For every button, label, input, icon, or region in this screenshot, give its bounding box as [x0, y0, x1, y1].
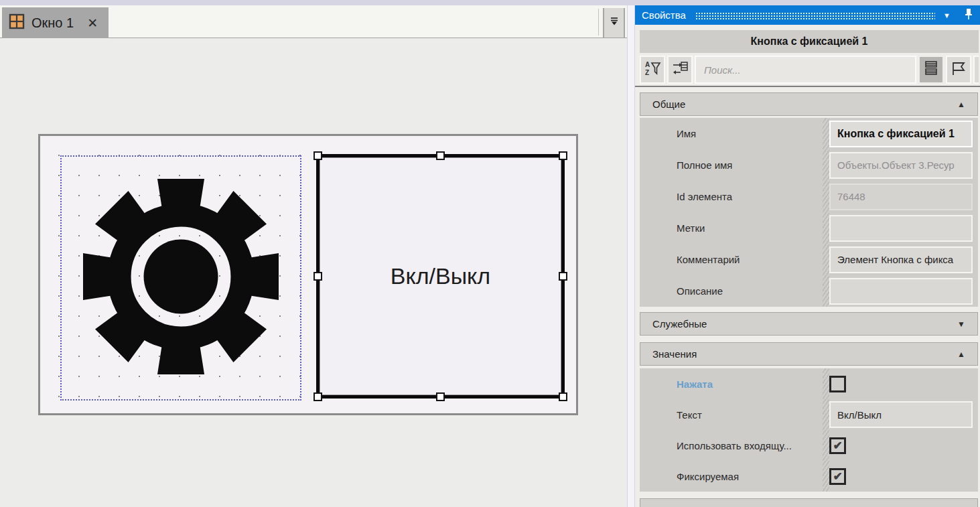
property-row-text: Текст Вкл/Выкл [640, 399, 978, 430]
navigate-tree-icon [671, 60, 689, 80]
chevron-down-icon[interactable]: ▼ [957, 319, 965, 329]
window-grid-icon [9, 13, 25, 32]
property-label: Текст [640, 409, 823, 421]
general-rows: Имя Кнопка с фиксацией 1 Полное имя Объе… [640, 118, 978, 307]
use-incoming-checkbox[interactable]: ✔ [829, 437, 846, 454]
section-title: Значения [652, 348, 697, 360]
column-splitter[interactable] [823, 244, 829, 275]
svg-text:A: A [645, 61, 650, 68]
tab-overflow-button[interactable] [603, 8, 625, 38]
property-label: Метки [640, 222, 823, 234]
property-label: Использовать входящу... [640, 440, 823, 451]
property-row-id: Id элемента 76448 [640, 181, 978, 212]
properties-panel: Свойства ▼ Кнопка с фиксацией 1 A Z [635, 5, 980, 507]
resize-handle[interactable] [313, 151, 322, 160]
toolbar-separator [635, 86, 980, 87]
flag-icon [977, 60, 979, 80]
panel-splitter[interactable] [627, 5, 635, 507]
labels-field[interactable] [829, 215, 973, 242]
panel-title: Свойства [642, 9, 686, 21]
property-row-description: Описание [640, 275, 978, 307]
list-view-button[interactable] [918, 56, 944, 84]
resize-handle[interactable] [313, 392, 322, 401]
navigate-tree-button[interactable] [667, 56, 693, 84]
properties-toolbar: A Z [640, 56, 979, 84]
element-id-field: 76448 [829, 184, 973, 210]
property-row-labels: Метки [640, 212, 978, 244]
drag-handle[interactable] [695, 12, 935, 20]
property-row-comment: Комментарий Элемент Кнопка с фикса [640, 244, 978, 275]
comment-field[interactable]: Элемент Кнопка с фикса [829, 246, 973, 273]
resize-handle[interactable] [436, 392, 445, 401]
window-top-strip [0, 0, 980, 5]
section-title: Служебные [652, 318, 707, 330]
gear-element-selection[interactable] [60, 155, 301, 401]
sort-filter-button[interactable]: A Z [640, 56, 665, 84]
chevron-down-icon[interactable]: ▼ [943, 11, 951, 19]
property-row-use-incoming: Использовать входящу... ✔ [640, 430, 978, 461]
property-label: Полное имя [640, 159, 823, 171]
resize-handle[interactable] [559, 272, 567, 281]
section-header-partial[interactable] [640, 498, 978, 507]
values-rows: Нажата Текст Вкл/Выкл Использовать входя… [640, 368, 978, 492]
chevron-up-icon[interactable]: ▲ [957, 350, 965, 359]
property-label: Нажата [640, 378, 823, 390]
property-label: Id элемента [640, 191, 823, 202]
column-splitter[interactable] [823, 118, 829, 149]
design-canvas[interactable]: Вкл/Выкл [0, 38, 627, 507]
tab-window-1[interactable]: Окно 1 ✕ [2, 7, 109, 38]
flag-icon [950, 60, 967, 80]
description-field[interactable] [829, 278, 973, 305]
resize-handle[interactable] [559, 392, 567, 401]
resize-handle[interactable] [313, 272, 322, 281]
button-element-selection[interactable]: Вкл/Выкл [316, 154, 565, 399]
property-row-name: Имя Кнопка с фиксацией 1 [640, 118, 978, 149]
sort-az-filter-icon: A Z [644, 60, 661, 80]
pin-icon[interactable] [964, 8, 973, 23]
tabbar-separator [598, 9, 599, 35]
tab-close-icon[interactable]: ✕ [87, 15, 98, 31]
property-row-fullname: Полное имя Объекты.Объект 3.Ресур [640, 149, 978, 181]
gear-icon [83, 179, 279, 377]
collapse-tabs-icon [609, 16, 620, 29]
properties-panel-header[interactable]: Свойства ▼ [635, 5, 980, 25]
property-label: Комментарий [640, 254, 823, 265]
text-field[interactable]: Вкл/Выкл [829, 401, 973, 428]
column-splitter[interactable] [823, 399, 829, 430]
chevron-up-icon[interactable]: ▲ [957, 100, 965, 109]
tab-label: Окно 1 [31, 15, 74, 31]
property-row-pressed: Нажата [640, 368, 978, 399]
fullname-field: Объекты.Объект 3.Ресур [829, 152, 973, 179]
property-row-latching: Фиксируемая ✔ [640, 461, 978, 492]
section-header-values[interactable]: Значения ▲ [640, 342, 978, 366]
pressed-checkbox[interactable] [829, 376, 846, 392]
flag-button[interactable] [946, 56, 971, 84]
column-splitter[interactable] [823, 430, 829, 461]
latching-checkbox[interactable]: ✔ [829, 468, 846, 485]
flag-secondary-button[interactable] [973, 56, 979, 84]
property-label: Описание [640, 285, 823, 297]
section-header-service[interactable]: Служебные ▼ [640, 312, 978, 336]
name-field[interactable]: Кнопка с фиксацией 1 [829, 121, 973, 147]
section-header-general[interactable]: Общие ▲ [640, 92, 978, 116]
list-view-icon [924, 60, 938, 79]
property-label: Фиксируемая [640, 471, 823, 482]
search-input[interactable] [695, 56, 916, 84]
selected-element-title: Кнопка с фиксацией 1 [640, 30, 979, 53]
svg-text:Z: Z [645, 69, 649, 76]
column-splitter[interactable] [823, 275, 829, 307]
tab-bar: Окно 1 ✕ [0, 5, 627, 38]
column-splitter[interactable] [823, 212, 829, 244]
column-splitter[interactable] [823, 149, 829, 181]
resize-handle[interactable] [559, 151, 567, 160]
column-splitter[interactable] [823, 368, 829, 399]
section-title: Общие [652, 98, 685, 110]
design-window-frame[interactable]: Вкл/Выкл [38, 134, 578, 415]
column-splitter[interactable] [823, 461, 829, 492]
resize-handle[interactable] [436, 151, 445, 160]
property-label: Имя [640, 128, 823, 139]
column-splitter[interactable] [823, 181, 829, 212]
latching-button[interactable]: Вкл/Выкл [320, 157, 561, 395]
